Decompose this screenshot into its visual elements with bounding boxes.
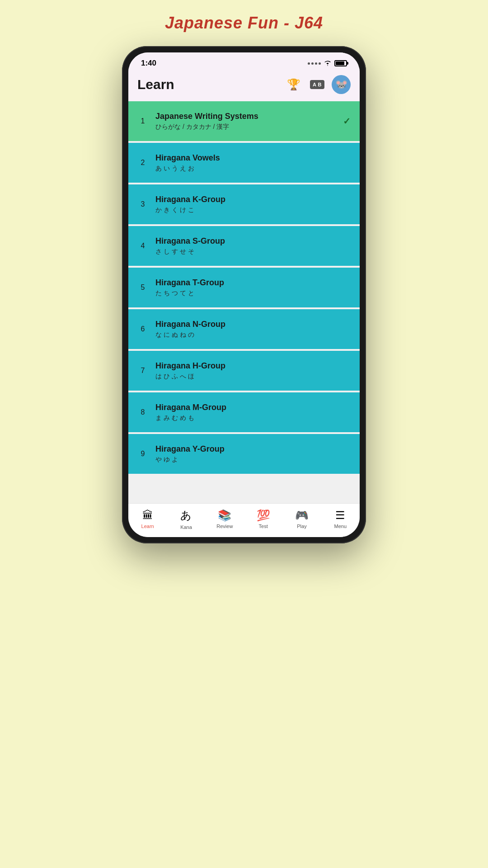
header-title: Learn xyxy=(137,77,174,92)
nav-item-review[interactable]: 📚Review xyxy=(209,509,240,529)
lesson-sub: か き く け こ xyxy=(155,206,351,214)
nav-item-test[interactable]: 💯Test xyxy=(248,509,279,529)
app-header: Learn 🏆 A B 🐭 xyxy=(128,71,360,101)
lesson-item[interactable]: 5Hiragana T-Groupた ち つ て と xyxy=(128,268,360,307)
lesson-content: Hiragana S-Groupさ し す せ そ xyxy=(155,236,351,256)
lesson-number: 4 xyxy=(137,242,148,250)
learn-nav-icon: 🏛 xyxy=(142,509,153,522)
page-title: Japanese Fun - J64 xyxy=(165,14,323,33)
bottom-nav: 🏛LearnあKana📚Review💯Test🎮Play☰Menu xyxy=(128,503,360,537)
menu-nav-icon: ☰ xyxy=(335,509,345,522)
lesson-item[interactable]: 1Japanese Writing Systemsひらがな / カタカナ / 漢… xyxy=(128,101,360,141)
lesson-name: Hiragana H-Group xyxy=(155,361,351,371)
lesson-content: Hiragana T-Groupた ち つ て と xyxy=(155,278,351,297)
lesson-name: Hiragana Y-Group xyxy=(155,444,351,454)
test-nav-icon: 💯 xyxy=(257,509,270,522)
lesson-item[interactable]: 8Hiragana M-Groupま み む め も xyxy=(128,392,360,432)
lesson-name: Hiragana Vowels xyxy=(155,153,351,163)
lesson-sub: た ち つ て と xyxy=(155,289,351,297)
status-time: 1:40 xyxy=(141,59,156,68)
lesson-check-icon: ✓ xyxy=(343,116,351,127)
lesson-sub: は ひ ふ へ ほ xyxy=(155,373,351,381)
play-nav-icon: 🎮 xyxy=(295,509,309,522)
lesson-sub: ま み む め も xyxy=(155,414,351,422)
lesson-content: Hiragana Y-Groupや ゆ よ xyxy=(155,444,351,464)
lesson-content: Hiragana H-Groupは ひ ふ へ ほ xyxy=(155,361,351,381)
menu-nav-label: Menu xyxy=(334,524,347,529)
lesson-content: Hiragana Vowelsあ い う え お xyxy=(155,153,351,173)
battery-icon xyxy=(334,60,347,66)
lesson-item[interactable]: 3Hiragana K-Groupか き く け こ xyxy=(128,184,360,224)
test-nav-label: Test xyxy=(259,524,268,529)
lesson-name: Hiragana M-Group xyxy=(155,403,351,412)
status-bar: 1:40 xyxy=(128,52,360,71)
lesson-item[interactable]: 6Hiragana N-Groupな に ぬ ね の xyxy=(128,309,360,349)
lesson-number: 1 xyxy=(137,117,148,125)
nav-item-play[interactable]: 🎮Play xyxy=(286,509,318,529)
lesson-item[interactable]: 2Hiragana Vowelsあ い う え お xyxy=(128,143,360,183)
review-nav-label: Review xyxy=(216,524,233,529)
trophy-icon: 🏆 xyxy=(287,78,300,91)
kana-nav-icon: あ xyxy=(180,508,192,523)
lesson-number: 9 xyxy=(137,450,148,458)
wifi-icon xyxy=(324,60,332,67)
lesson-number: 6 xyxy=(137,325,148,333)
avatar-button[interactable]: 🐭 xyxy=(332,75,351,94)
lesson-name: Hiragana T-Group xyxy=(155,278,351,288)
avatar-emoji: 🐭 xyxy=(335,79,347,90)
lesson-list: 1Japanese Writing Systemsひらがな / カタカナ / 漢… xyxy=(128,101,360,503)
learn-nav-label: Learn xyxy=(141,524,154,529)
signal-dots xyxy=(308,62,321,65)
lesson-sub: さ し す せ そ xyxy=(155,248,351,256)
nav-item-kana[interactable]: あKana xyxy=(170,508,202,530)
lesson-number: 8 xyxy=(137,408,148,416)
lesson-sub: な に ぬ ね の xyxy=(155,331,351,339)
lesson-sub: ひらがな / カタカナ / 漢字 xyxy=(155,123,336,131)
phone-frame: 1:40 Learn xyxy=(122,46,366,543)
trophy-button[interactable]: 🏆 xyxy=(285,75,303,94)
nav-item-menu[interactable]: ☰Menu xyxy=(324,509,356,529)
play-nav-label: Play xyxy=(297,524,306,529)
lesson-sub: あ い う え お xyxy=(155,165,351,173)
lesson-number: 5 xyxy=(137,283,148,292)
lesson-number: 2 xyxy=(137,159,148,167)
lesson-name: Hiragana S-Group xyxy=(155,236,351,246)
lesson-item[interactable]: 7Hiragana H-Groupは ひ ふ へ ほ xyxy=(128,351,360,391)
header-actions: 🏆 A B 🐭 xyxy=(285,75,351,94)
phone-screen: 1:40 Learn xyxy=(128,52,360,537)
nav-item-learn[interactable]: 🏛Learn xyxy=(132,509,164,529)
lesson-item[interactable]: 9Hiragana Y-Groupや ゆ よ xyxy=(128,434,360,474)
lesson-name: Hiragana N-Group xyxy=(155,320,351,329)
kana-nav-label: Kana xyxy=(180,524,192,530)
lesson-content: Hiragana N-Groupな に ぬ ね の xyxy=(155,320,351,339)
lesson-item[interactable]: 4Hiragana S-Groupさ し す せ そ xyxy=(128,226,360,266)
ab-icon: A B xyxy=(310,80,324,89)
status-icons xyxy=(308,60,347,67)
lesson-content: Japanese Writing Systemsひらがな / カタカナ / 漢字 xyxy=(155,112,336,131)
lesson-name: Japanese Writing Systems xyxy=(155,112,336,121)
lesson-sub: や ゆ よ xyxy=(155,456,351,464)
lesson-number: 7 xyxy=(137,367,148,375)
lesson-number: 3 xyxy=(137,200,148,208)
review-nav-icon: 📚 xyxy=(218,509,231,522)
lesson-name: Hiragana K-Group xyxy=(155,195,351,204)
lesson-content: Hiragana K-Groupか き く け こ xyxy=(155,195,351,214)
lesson-content: Hiragana M-Groupま み む め も xyxy=(155,403,351,422)
ab-button[interactable]: A B xyxy=(308,75,326,94)
